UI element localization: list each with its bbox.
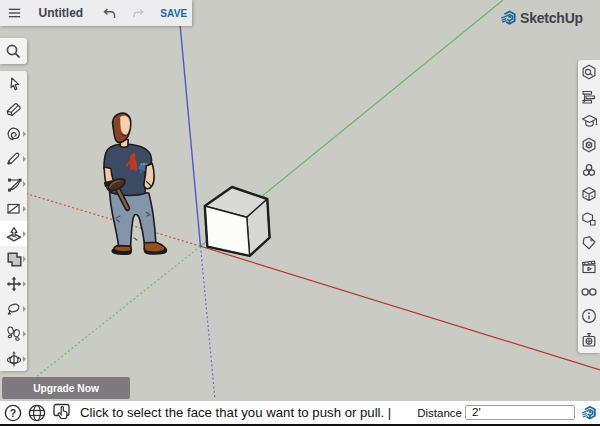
svg-text:?: ? bbox=[10, 407, 16, 419]
